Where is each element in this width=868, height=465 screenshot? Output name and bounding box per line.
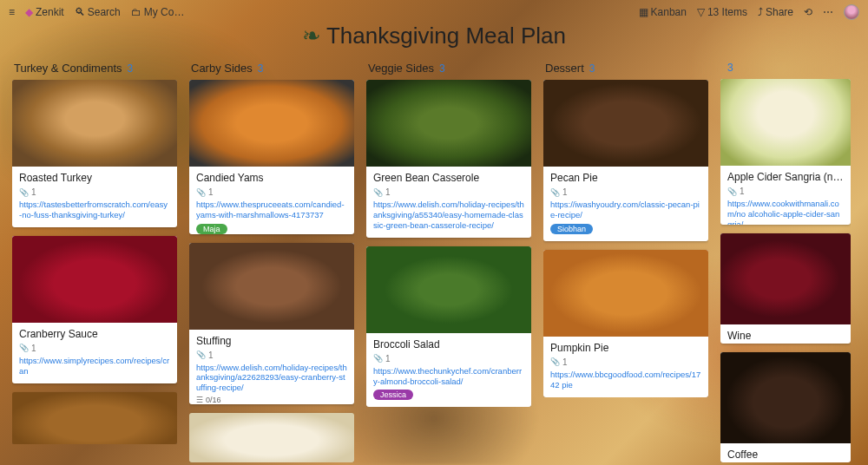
kanban-column: Dessert3Pecan Pie📎1https://iwashyoudry.c… — [543, 62, 708, 462]
column-header[interactable]: Veggie Sides3 — [366, 62, 531, 75]
card-attachments: 📎1 — [550, 357, 701, 367]
items-count[interactable]: ▽13 Items — [697, 6, 747, 18]
assignee-tag[interactable]: Siobhan — [550, 224, 593, 234]
column-title: Carby Sides — [191, 62, 253, 75]
collection-label: My Co… — [144, 6, 185, 18]
attachment-count: 1 — [385, 187, 391, 197]
card[interactable] — [189, 413, 354, 462]
kanban-column: 3Apple Cider Sangria (non-alcoho📎1https:… — [720, 62, 851, 462]
attachment-count: 1 — [562, 357, 568, 367]
card[interactable]: Pumpkin Pie📎1https://www.bbcgoodfood.com… — [543, 250, 708, 397]
share-button[interactable]: ⤴Share — [758, 6, 793, 18]
column-header[interactable]: Dessert3 — [543, 62, 708, 75]
collection-breadcrumb[interactable]: 🗀My Co… — [131, 6, 185, 18]
card[interactable]: Apple Cider Sangria (non-alcoho📎1https:/… — [720, 79, 851, 225]
card-title: Green Bean Casserole — [373, 172, 524, 184]
column-body: Roasted Turkey📎1https://tastesbetterfrom… — [12, 80, 177, 444]
more-button[interactable]: ⋯ — [823, 6, 833, 18]
card-body: Green Bean Casserole📎1https://www.delish… — [366, 167, 531, 238]
column-body: Apple Cider Sangria (non-alcoho📎1https:/… — [720, 79, 851, 462]
card-title: Broccoli Salad — [373, 338, 524, 350]
column-body: Pecan Pie📎1https://iwashyoudry.com/class… — [543, 80, 708, 397]
share-icon: ⤴ — [758, 6, 763, 18]
card-image — [189, 243, 354, 330]
card-title: Apple Cider Sangria (non-alcoho — [727, 171, 844, 183]
avatar[interactable] — [844, 4, 859, 20]
card[interactable]: Pecan Pie📎1https://iwashyoudry.com/class… — [543, 80, 708, 241]
card-attachments: 📎1 — [550, 187, 701, 197]
card-attachments: 📎1 — [196, 350, 347, 360]
column-count: 3 — [258, 62, 264, 75]
attachment-count: 1 — [385, 354, 391, 363]
column-title: Veggie Sides — [368, 62, 434, 75]
search-icon: 🔍︎ — [75, 6, 85, 18]
column-body: Green Bean Casserole📎1https://www.delish… — [366, 80, 531, 407]
card-title: Candied Yams — [196, 172, 347, 184]
card-attachments: 📎1 — [196, 187, 347, 197]
menu-icon: ≡ — [9, 6, 15, 18]
card[interactable]: Stuffing📎1https://www.delish.com/holiday… — [189, 243, 354, 404]
view-label: Kanban — [651, 6, 687, 18]
activity-button[interactable]: ⟲ — [804, 6, 812, 18]
card-link[interactable]: https://www.bbcgoodfood.com/recipes/1742… — [550, 370, 701, 390]
column-count: 3 — [128, 62, 134, 75]
attachment-count: 1 — [740, 187, 745, 196]
card[interactable]: Broccoli Salad📎1https://www.thechunkyche… — [366, 246, 531, 408]
search-label: Search — [88, 6, 121, 18]
logo-icon: ◆ — [25, 6, 33, 18]
card-attachments: 📎1 — [19, 187, 170, 197]
card-image — [543, 250, 708, 337]
kanban-icon: ▦ — [639, 6, 648, 18]
card-title: Cranberry Sauce — [19, 328, 170, 340]
card-title: Stuffing — [196, 335, 347, 347]
card-body: Pumpkin Pie📎1https://www.bbcgoodfood.com… — [543, 337, 708, 397]
card-title: Coffee — [727, 449, 844, 461]
search-button[interactable]: 🔍︎Search — [75, 6, 121, 18]
card-link[interactable]: https://www.delish.com/holiday-recipes/t… — [373, 200, 524, 231]
card[interactable]: Cranberry Sauce📎1https://www.simplyrecip… — [12, 236, 177, 383]
card[interactable]: Wine — [720, 233, 851, 344]
card-image — [720, 79, 851, 166]
card-link[interactable]: https://www.delish.com/holiday-recipes/t… — [196, 363, 347, 394]
more-icon: ⋯ — [823, 6, 833, 18]
card-body: Candied Yams📎1https://www.thespruceeats.… — [189, 167, 354, 234]
column-header[interactable]: Carby Sides3 — [189, 62, 354, 75]
card-attachments: 📎1 — [727, 187, 844, 196]
card[interactable]: Roasted Turkey📎1https://tastesbetterfrom… — [12, 80, 177, 227]
view-selector[interactable]: ▦Kanban — [639, 6, 687, 18]
card-image — [366, 80, 531, 167]
column-header[interactable]: 3 — [720, 62, 851, 74]
card[interactable]: Candied Yams📎1https://www.thespruceeats.… — [189, 80, 354, 234]
card[interactable]: Coffee — [720, 352, 851, 462]
paperclip-icon: 📎 — [19, 188, 29, 197]
checklist-icon: ☰ — [196, 396, 203, 403]
menu-button[interactable]: ≡ — [9, 6, 15, 18]
card[interactable]: Green Bean Casserole📎1https://www.delish… — [366, 80, 531, 238]
paperclip-icon: 📎 — [550, 188, 560, 197]
assignee-tag[interactable]: Jessica — [373, 390, 413, 400]
card-attachments: 📎1 — [373, 354, 524, 363]
card[interactable] — [12, 392, 177, 444]
assignee-tag[interactable]: Maja — [196, 224, 227, 234]
kanban-column: Veggie Sides3Green Bean Casserole📎1https… — [366, 62, 531, 462]
card-link[interactable]: https://www.cookwithmanali.com/no alcoho… — [727, 199, 844, 225]
card-image — [12, 80, 177, 167]
column-header[interactable]: Turkey & Condiments3 — [12, 62, 177, 75]
title-text: Thanksgiving Meal Plan — [326, 23, 566, 49]
card-link[interactable]: https://www.simplyrecipes.com/recipes/cr… — [19, 356, 170, 377]
items-label: 13 Items — [707, 6, 747, 18]
card-body: Roasted Turkey📎1https://tastesbetterfrom… — [12, 167, 177, 227]
attachment-count: 1 — [208, 350, 214, 360]
card-link[interactable]: https://www.thespruceeats.com/candied-ya… — [196, 200, 347, 220]
paperclip-icon: 📎 — [727, 187, 737, 196]
card-title: Roasted Turkey — [19, 172, 170, 184]
card-body: Pecan Pie📎1https://iwashyoudry.com/class… — [543, 167, 708, 241]
app-logo[interactable]: ◆Zenkit — [25, 6, 64, 18]
card-attachments: 📎1 — [373, 187, 524, 197]
card-link[interactable]: https://iwashyoudry.com/classic-pecan-pi… — [550, 200, 701, 220]
card-image — [189, 80, 354, 167]
card-image — [366, 246, 531, 333]
card-link[interactable]: https://www.thechunkychef.com/cranberry-… — [373, 366, 524, 387]
card-link[interactable]: https://tastesbetterfromscratch.com/easy… — [19, 200, 170, 220]
app-name: Zenkit — [36, 6, 64, 18]
